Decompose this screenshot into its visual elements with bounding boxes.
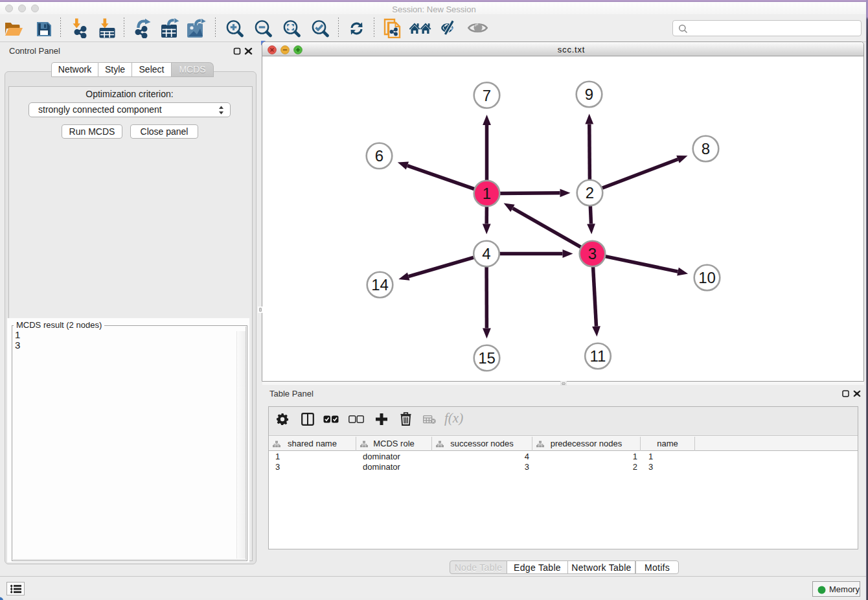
svg-text:2: 2 (586, 184, 594, 202)
svg-text:14: 14 (371, 276, 389, 294)
svg-text:4: 4 (482, 245, 490, 262)
svg-text:9: 9 (585, 86, 593, 103)
svg-text:3: 3 (588, 245, 597, 262)
svg-text:11: 11 (590, 347, 606, 365)
svg-text:6: 6 (375, 147, 383, 165)
svg-text:15: 15 (478, 349, 496, 367)
svg-text:1: 1 (483, 185, 491, 202)
svg-text:7: 7 (483, 87, 491, 104)
svg-text:8: 8 (702, 140, 710, 157)
svg-text:10: 10 (698, 269, 716, 286)
